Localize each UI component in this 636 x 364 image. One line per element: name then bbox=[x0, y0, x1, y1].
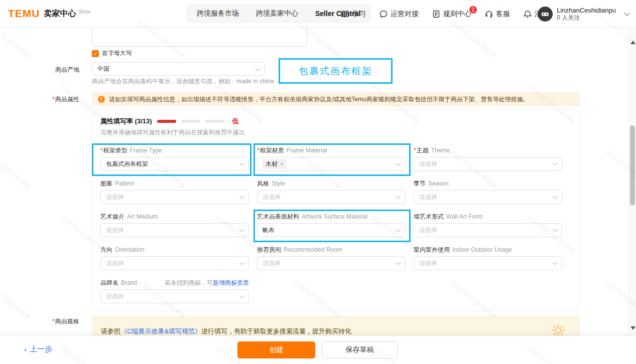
recommended-room-select[interactable]: 请选择 bbox=[257, 256, 406, 270]
nav-item-seller-center[interactable]: 跨境卖家中心 bbox=[256, 9, 298, 18]
menu-label: 运营对接 bbox=[391, 10, 419, 19]
remove-tag-icon[interactable]: × bbox=[280, 161, 283, 167]
field-pattern: 图案Pattern 请选择 bbox=[100, 179, 249, 204]
save-draft-button[interactable]: 保存草稿 bbox=[322, 341, 398, 358]
brand-select[interactable]: 请选择 bbox=[100, 289, 249, 303]
fill-rate-level: 低 bbox=[232, 117, 239, 126]
attributes-card: 属性填写率 (3/13) 低 完整并准确地填写属性有利于商品在搜索和推荐中露出 … bbox=[92, 109, 580, 311]
notification-count-badge: 2 bbox=[469, 6, 477, 14]
frame-type-select[interactable]: 包裹式画布框架 bbox=[100, 157, 249, 171]
capitalize-checkbox[interactable]: ✓ bbox=[92, 50, 99, 57]
field-theme: 主题Theme 请选择 bbox=[414, 146, 562, 171]
progress-segment bbox=[157, 120, 176, 123]
capitalize-label: 首字母大写 bbox=[102, 49, 132, 58]
theme-select[interactable]: 请选择 bbox=[414, 157, 562, 171]
origin-hint: 商品产地会在商品条码中展示，请勿随意勾选，例如：made in china bbox=[92, 77, 274, 86]
warning-text: 请如实填写商品属性信息，如出现描述不符等违规情形，平台方有权依据商家协议及/或其… bbox=[109, 95, 529, 104]
document-icon bbox=[432, 10, 441, 19]
field-artwork-surface-material: 艺术品表面材料Artwork Surface Material 帆布 bbox=[257, 212, 406, 237]
selected-tag: 木材× bbox=[263, 159, 286, 169]
chevron-down-icon bbox=[239, 161, 244, 166]
fill-rate-hint: 完整并准确地填写属性有利于商品在搜索和推荐中露出 bbox=[100, 128, 571, 137]
bell-icon bbox=[523, 10, 532, 19]
warning-icon: ! bbox=[98, 96, 105, 103]
book-icon bbox=[340, 10, 349, 19]
origin-value: 中国 bbox=[97, 65, 109, 73]
menu-item-learn[interactable]: 学习 bbox=[340, 10, 366, 19]
progress-segment bbox=[181, 120, 200, 123]
field-frame-material: 框架材质Frame Material 木材× bbox=[257, 146, 406, 171]
add-trademark-link[interactable]: 新增商标资质 bbox=[213, 279, 249, 286]
attribute-fields-grid: 框架类型Frame Type 包裹式画布框架 框架材质Frame Materia… bbox=[100, 146, 571, 303]
chevron-left-icon: ‹ bbox=[24, 345, 27, 353]
art-medium-select[interactable]: 请选择 bbox=[100, 223, 249, 237]
menu-label: 客服 bbox=[496, 10, 510, 19]
field-orientation: 方向Orientation 请选择 bbox=[100, 245, 249, 270]
menu-item-support[interactable]: 客服 bbox=[484, 10, 510, 19]
chevron-down-icon bbox=[553, 194, 558, 199]
menu-label: 学习 bbox=[352, 10, 366, 19]
pattern-select[interactable]: 请选择 bbox=[100, 190, 249, 204]
top-header: TEMU 卖家中心 Beta 跨境服务市场 跨境卖家中心 Seller Cent… bbox=[0, 0, 636, 28]
product-title-input[interactable] bbox=[92, 29, 307, 47]
chevron-down-icon[interactable] bbox=[624, 10, 629, 16]
progress-segment bbox=[205, 120, 224, 123]
field-frame-type: 框架类型Frame Type 包裹式画布框架 bbox=[100, 146, 249, 171]
chevron-down-icon bbox=[239, 227, 244, 232]
menu-item-ops-contact[interactable]: 运营对接 bbox=[379, 10, 419, 19]
season-select[interactable]: 请选择 bbox=[414, 190, 562, 204]
display-spec-link[interactable]: 《C端展示效果&填写规范》 bbox=[120, 327, 201, 335]
beta-badge: Beta bbox=[79, 9, 91, 15]
chevron-down-icon bbox=[239, 194, 244, 199]
footer-bar: ‹ 上一步 创建 保存草稿 bbox=[0, 336, 636, 364]
attributes-label: 商品属性 bbox=[52, 95, 79, 104]
menu-item-rules-center[interactable]: 规则中心 2 bbox=[432, 10, 471, 19]
avatar bbox=[538, 7, 553, 22]
chat-icon bbox=[379, 10, 388, 19]
artwork-surface-material-select[interactable]: 帆布 bbox=[257, 223, 406, 237]
orientation-select[interactable]: 请选择 bbox=[100, 256, 249, 270]
attributes-warning-banner: ! 请如实填写商品属性信息，如出现描述不符等违规情形，平台方有权依据商家协议及/… bbox=[92, 92, 580, 106]
scroll-down-arrow-icon[interactable] bbox=[630, 326, 635, 330]
specs-label: 商品规格 bbox=[52, 317, 79, 326]
chevron-down-icon bbox=[256, 66, 261, 71]
field-wall-art-form: 墙艺术形式Wall Art Form 请选择 bbox=[414, 212, 562, 237]
wall-art-form-select[interactable]: 请选择 bbox=[414, 223, 562, 237]
chevron-down-icon bbox=[553, 260, 558, 265]
user-name: LinzhanCeshidianpu bbox=[557, 7, 616, 14]
field-art-medium: 艺术媒介Art Medium 请选择 bbox=[100, 212, 249, 237]
indoor-outdoor-usage-select[interactable]: 请选择 bbox=[414, 256, 562, 270]
chevron-down-icon bbox=[396, 161, 401, 166]
scrollbar[interactable] bbox=[628, 28, 636, 336]
user-followers: 0 人关注 bbox=[557, 14, 616, 21]
create-button[interactable]: 创建 bbox=[237, 341, 315, 358]
scroll-up-arrow-icon[interactable] bbox=[630, 41, 635, 44]
origin-label: 商品产地 bbox=[55, 66, 79, 74]
fill-rate-title: 属性填写率 (3/13) bbox=[100, 117, 152, 126]
app-title: 卖家中心 bbox=[44, 9, 76, 19]
style-select[interactable]: 请选择 bbox=[257, 190, 406, 204]
field-style: 风格Style 请选择 bbox=[257, 179, 406, 204]
field-indoor-outdoor-usage: 室内室外使用Indoor Outdoor Usage 请选择 bbox=[414, 245, 562, 270]
origin-select[interactable]: 中国 bbox=[92, 62, 265, 76]
annotation-callout-box: 包裹式画布框架 bbox=[279, 58, 393, 84]
chevron-down-icon bbox=[396, 194, 401, 199]
headset-icon bbox=[484, 10, 493, 19]
frame-material-select[interactable]: 木材× bbox=[257, 157, 406, 171]
chevron-down-icon bbox=[396, 227, 401, 232]
field-brand: 品牌名Brand 若未找到商标，可新增商标资质 请选择 bbox=[100, 278, 249, 303]
chevron-down-icon bbox=[396, 260, 401, 265]
sun-icon bbox=[551, 323, 566, 336]
menu-label: 规则中心 bbox=[443, 10, 471, 19]
chevron-down-icon bbox=[553, 161, 558, 166]
field-recommended-room: 推荐房间Recommended Room 请选择 bbox=[257, 245, 406, 270]
nav-item-service-market[interactable]: 跨境服务市场 bbox=[197, 9, 239, 18]
specs-notice-banner: 请参照《C端展示效果&填写规范》进行填写，有助于获取更多搜索流量，提升购买转化 bbox=[92, 316, 580, 336]
user-account[interactable]: LinzhanCeshidianpu 0 人关注 bbox=[538, 0, 629, 28]
chevron-down-icon bbox=[553, 227, 558, 232]
scrollbar-thumb[interactable] bbox=[630, 125, 635, 206]
previous-step-link[interactable]: ‹ 上一步 bbox=[24, 344, 52, 354]
temu-logo: TEMU bbox=[8, 8, 40, 20]
chevron-down-icon bbox=[239, 293, 244, 298]
header-menu: 学习 运营对接 规则中心 2 客服 消息 bbox=[340, 0, 549, 28]
